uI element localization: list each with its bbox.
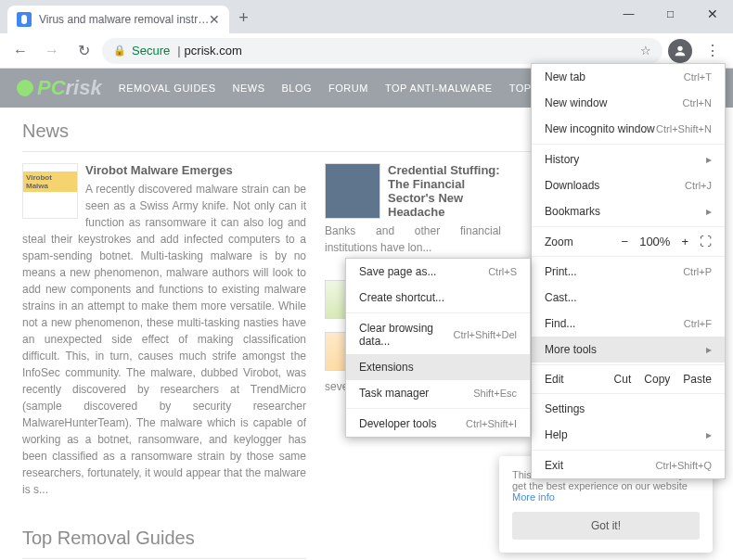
address-bar[interactable]: 🔒 Secure | pcrisk.com ☆ — [102, 38, 662, 64]
forward-button: → — [39, 38, 65, 64]
copy-button[interactable]: Copy — [644, 373, 670, 386]
menu-print[interactable]: Print...Ctrl+P — [532, 259, 725, 285]
submenu-task-manager[interactable]: Task managerShift+Esc — [346, 380, 530, 406]
menu-zoom: Zoom − 100% + ⛶ — [532, 229, 725, 254]
chevron-right-icon: ▸ — [706, 153, 712, 166]
chrome-main-menu: New tabCtrl+T New windowCtrl+N New incog… — [531, 63, 726, 479]
zoom-value: 100% — [639, 235, 670, 248]
lock-icon: 🔒 — [113, 45, 126, 57]
menu-cast[interactable]: Cast... — [532, 285, 725, 311]
submenu-extensions[interactable]: Extensions — [346, 354, 530, 380]
menu-history[interactable]: History▸ — [532, 146, 725, 172]
menu-help[interactable]: Help▸ — [532, 422, 725, 448]
cut-button[interactable]: Cut — [614, 373, 632, 386]
titlebar: Virus and malware removal instr… ✕ + — □… — [0, 0, 733, 33]
menu-bookmarks[interactable]: Bookmarks▸ — [532, 198, 725, 224]
svg-point-0 — [677, 45, 682, 50]
window-controls: — □ ✕ — [608, 0, 733, 28]
menu-incognito[interactable]: New incognito windowCtrl+Shift+N — [532, 116, 725, 142]
new-tab-button[interactable]: + — [238, 8, 249, 28]
favicon-icon — [17, 12, 32, 27]
tab-title: Virus and malware removal instr… — [39, 13, 209, 26]
profile-avatar-icon[interactable] — [668, 39, 692, 63]
maximize-button[interactable]: □ — [649, 0, 691, 28]
paste-button[interactable]: Paste — [683, 373, 712, 386]
secure-label: Secure — [132, 44, 170, 57]
submenu-save-page[interactable]: Save page as...Ctrl+S — [346, 259, 530, 285]
fullscreen-icon[interactable]: ⛶ — [700, 235, 712, 248]
bookmark-star-icon[interactable]: ☆ — [640, 44, 651, 57]
url-text: pcrisk.com — [185, 44, 242, 57]
menu-edit-row: Edit Cut Copy Paste — [532, 367, 725, 391]
menu-settings[interactable]: Settings — [532, 396, 725, 422]
cookie-more-link[interactable]: More info — [512, 491, 555, 503]
menu-find[interactable]: Find...Ctrl+F — [532, 311, 725, 337]
menu-more-tools[interactable]: More tools▸ — [532, 337, 725, 363]
zoom-in-button[interactable]: + — [681, 235, 688, 248]
chevron-right-icon: ▸ — [706, 343, 712, 356]
menu-exit[interactable]: ExitCtrl+Shift+Q — [532, 452, 725, 478]
submenu-dev-tools[interactable]: Developer toolsCtrl+Shift+I — [346, 411, 530, 437]
chevron-right-icon: ▸ — [706, 428, 712, 441]
chevron-right-icon: ▸ — [706, 205, 712, 218]
more-tools-submenu: Save page as...Ctrl+S Create shortcut...… — [345, 258, 531, 438]
close-tab-icon[interactable]: ✕ — [209, 12, 220, 27]
back-button[interactable]: ← — [7, 38, 33, 64]
close-window-button[interactable]: ✕ — [691, 0, 733, 28]
browser-tab[interactable]: Virus and malware removal instr… ✕ — [7, 6, 229, 33]
chrome-menu-button[interactable]: ⋮ — [700, 38, 726, 64]
submenu-clear-data[interactable]: Clear browsing data...Ctrl+Shift+Del — [346, 315, 530, 354]
cookie-accept-button[interactable]: Got it! — [512, 512, 700, 540]
menu-downloads[interactable]: DownloadsCtrl+J — [532, 172, 725, 198]
reload-button[interactable]: ↻ — [71, 38, 96, 64]
menu-new-tab[interactable]: New tabCtrl+T — [532, 64, 725, 90]
menu-new-window[interactable]: New windowCtrl+N — [532, 90, 725, 116]
zoom-out-button[interactable]: − — [622, 235, 629, 248]
submenu-create-shortcut[interactable]: Create shortcut... — [346, 285, 530, 311]
minimize-button[interactable]: — — [608, 0, 649, 28]
